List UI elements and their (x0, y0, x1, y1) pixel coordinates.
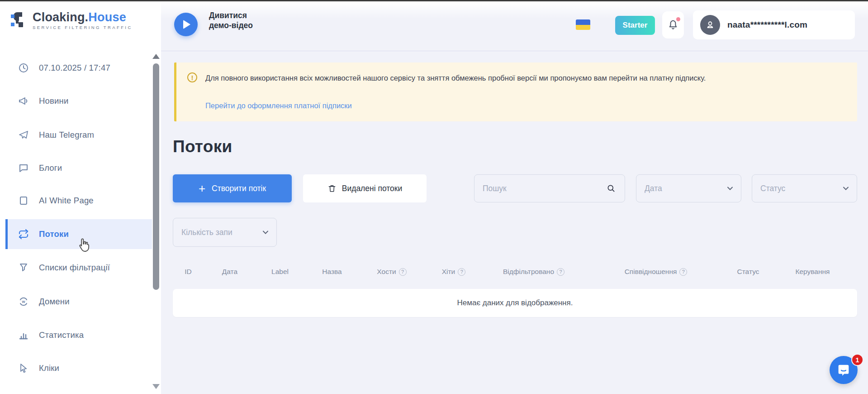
deleted-streams-button[interactable]: Видалені потоки (303, 174, 427, 202)
page-icon (18, 195, 29, 206)
demo-video-label[interactable]: Дивитися демо-відео (209, 10, 268, 30)
user-email: naata**********l.com (727, 20, 807, 30)
sidebar-item-telegram[interactable]: Наш Telegram (0, 120, 152, 150)
subscribe-link[interactable]: Перейти до оформлення платної підписки (205, 101, 352, 110)
warning-icon: ! (187, 72, 197, 82)
status-filter-dropdown[interactable]: Статус (752, 174, 857, 202)
plus-icon: + (199, 184, 205, 193)
sidebar-item-filter-lists[interactable]: Списки фільтрації (0, 253, 152, 283)
sidebar-item-domains[interactable]: w Домени (0, 287, 152, 317)
scrollbar-thumb[interactable] (153, 63, 159, 290)
sidebar-item-label: Списки фільтрації (39, 263, 110, 273)
brand-tagline: SERVICE FILTERING TRAFFIC (33, 25, 133, 30)
scrollbar-down-arrow[interactable] (152, 384, 160, 389)
search-icon[interactable] (607, 184, 616, 193)
language-flag-ukraine[interactable] (576, 19, 590, 30)
column-header-name: Назва (304, 268, 360, 276)
sidebar-item-label: Домени (39, 297, 70, 307)
search-input[interactable] (483, 184, 605, 193)
sidebar-item-label: Статистика (39, 330, 84, 340)
deleted-streams-label: Видалені потоки (342, 184, 403, 193)
column-header-date: Дата (204, 268, 256, 276)
search-field[interactable] (474, 174, 625, 202)
date-filter-dropdown[interactable]: Дата (636, 174, 741, 202)
sidebar-item-label: Потоки (39, 229, 69, 239)
play-icon (183, 20, 190, 29)
demo-video-play-button[interactable] (174, 13, 198, 36)
sidebar-item-label: Наш Telegram (39, 130, 94, 140)
empty-table-row: Немає даних для відображення. (173, 289, 857, 317)
filter-funnel-icon (18, 262, 29, 273)
megaphone-icon (18, 96, 29, 106)
column-header-id: ID (173, 268, 204, 276)
create-stream-label: Створити потік (212, 184, 266, 193)
chat-unread-badge: 1 (851, 354, 863, 366)
per-page-dropdown[interactable]: Кількість запи (173, 218, 277, 247)
sidebar-item-label: Блоги (39, 163, 62, 173)
sidebar-item-label: Кліки (39, 363, 59, 373)
trash-icon (327, 183, 337, 193)
chat-bubble-icon (18, 163, 29, 173)
per-page-placeholder: Кількість запи (181, 228, 232, 237)
chevron-down-icon (726, 185, 734, 192)
chat-widget-icon (836, 362, 851, 378)
user-icon (704, 19, 716, 31)
chevron-down-icon (842, 185, 849, 192)
clock-icon (18, 62, 29, 73)
help-icon[interactable]: ? (679, 268, 687, 276)
bar-chart-icon (18, 330, 29, 341)
column-header-ratio: Співвідношення? (583, 268, 728, 276)
topbar-divider (161, 51, 868, 51)
help-icon[interactable]: ? (399, 268, 407, 276)
streams-sync-icon (18, 229, 29, 240)
cursor-click-icon (18, 363, 29, 374)
column-header-filtered: Відфільтровано? (484, 268, 583, 276)
sidebar-item-label: Новини (39, 96, 69, 106)
sidebar-item-label: 07.10.2025 / 17:47 (39, 63, 110, 73)
column-header-controls: Керування (768, 268, 857, 276)
streams-table-header: ID Дата Label Назва Хости? Хіти? Відфіль… (173, 262, 857, 282)
user-account-button[interactable]: naata**********l.com (693, 10, 855, 39)
date-filter-placeholder: Дата (645, 184, 662, 193)
status-filter-placeholder: Статус (760, 184, 785, 193)
page-title: Потоки (173, 137, 232, 156)
mouse-hand-cursor (76, 237, 91, 255)
notifications-button[interactable] (662, 11, 684, 38)
sidebar: Cloaking.House SERVICE FILTERING TRAFFIC… (0, 1, 161, 394)
plan-badge[interactable]: Starter (615, 16, 655, 35)
sidebar-item-statistics[interactable]: Статистика (0, 320, 152, 350)
flag-yellow-stripe (576, 25, 590, 30)
scrollbar-up-arrow[interactable] (152, 54, 160, 59)
sidebar-item-news[interactable]: Новини (0, 86, 152, 116)
brand-title: Cloaking.House (33, 11, 133, 24)
notification-dot (676, 17, 680, 21)
banner-message: Для повного використання всіх можливосте… (205, 72, 706, 83)
brand-logo-icon (10, 11, 28, 29)
svg-text:w: w (21, 299, 25, 304)
column-header-status: Статус (728, 268, 768, 276)
brand-logo[interactable]: Cloaking.House SERVICE FILTERING TRAFFIC (10, 11, 133, 30)
telegram-icon (18, 130, 29, 140)
empty-state-text: Немає даних для відображення. (457, 298, 573, 308)
column-header-hits: Хіти? (423, 268, 484, 276)
create-stream-button[interactable]: + Створити потік (173, 174, 292, 202)
sidebar-item-ai-white-page[interactable]: AI White Page (0, 186, 152, 216)
help-icon[interactable]: ? (557, 268, 564, 276)
chevron-down-icon (262, 229, 269, 236)
sidebar-item-clicks[interactable]: Кліки (0, 353, 152, 383)
sidebar-item-date[interactable]: 07.10.2025 / 17:47 (0, 53, 152, 83)
sidebar-item-label: AI White Page (39, 196, 94, 206)
avatar (700, 15, 720, 35)
trial-warning-banner: ! Для повного використання всіх можливос… (174, 62, 857, 121)
column-header-hosts: Хости? (360, 268, 423, 276)
help-icon[interactable]: ? (458, 268, 465, 276)
flag-blue-stripe (576, 19, 590, 25)
sidebar-item-blogs[interactable]: Блоги (0, 153, 152, 183)
domains-icon: w (18, 296, 29, 307)
column-header-label: Label (256, 268, 304, 276)
